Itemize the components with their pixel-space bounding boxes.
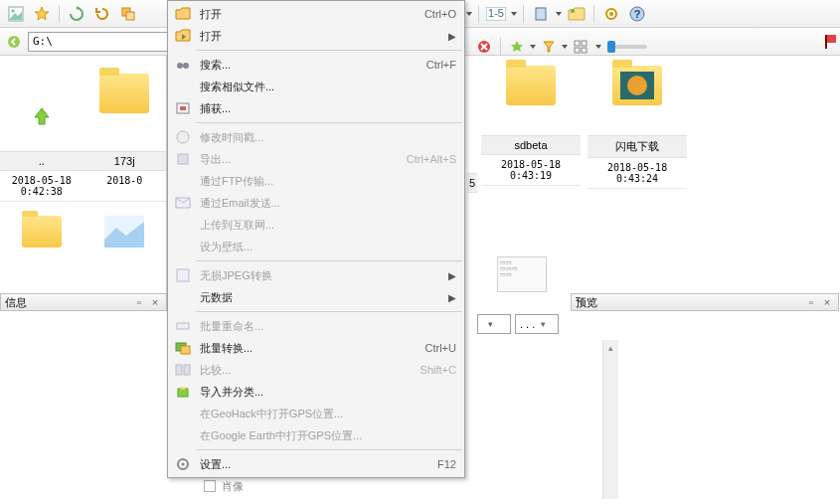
preview-panel-header: 预览 ▫ × <box>571 293 839 311</box>
menu-search[interactable]: 搜索... Ctrl+F <box>168 54 464 76</box>
menu-google-earth[interactable]: 在Google Earth中打开GPS位置... <box>168 424 464 446</box>
dropdown-icon[interactable] <box>510 10 518 18</box>
open-icon <box>172 5 194 23</box>
funnel-icon[interactable] <box>542 40 556 54</box>
svg-rect-16 <box>575 48 580 53</box>
image-thumb-icon[interactable] <box>104 216 144 248</box>
menu-separator <box>196 449 462 450</box>
thumbnail-page-icon[interactable]: ▭▭▭▭▭▭▭ <box>497 256 547 292</box>
svg-rect-32 <box>176 365 182 375</box>
tb-image-icon[interactable] <box>4 3 28 25</box>
separator <box>523 5 524 23</box>
svg-rect-6 <box>536 8 546 20</box>
right-file-pane: sdbeta 2018-05-18 0:43:19 闪电下载 2018-05-1… <box>477 56 835 235</box>
panel-float-icon[interactable]: ▫ <box>132 295 146 309</box>
blank-icon <box>172 288 194 306</box>
email-icon <box>172 194 194 212</box>
blank-icon <box>172 172 194 190</box>
menu-import-classify[interactable]: 导入并分类... <box>168 381 464 403</box>
tb-reload-icon[interactable] <box>90 3 114 25</box>
item-name: 闪电下载 <box>588 135 687 158</box>
svg-rect-3 <box>126 12 134 20</box>
tb-book-icon[interactable] <box>529 3 553 25</box>
dropdown-icon[interactable] <box>465 10 473 18</box>
svg-rect-29 <box>177 323 189 329</box>
menu-batch-rename[interactable]: 批量重命名... <box>168 315 464 337</box>
item-date: 2018-05-18 0:43:24 <box>588 158 687 189</box>
svg-point-22 <box>183 63 189 69</box>
menu-email[interactable]: 通过Email发送... <box>168 192 464 214</box>
grid-view-icon[interactable] <box>574 40 589 54</box>
menu-upload[interactable]: 上传到互联网... <box>168 214 464 236</box>
menu-search-similar[interactable]: 搜索相似文件... <box>168 76 464 97</box>
folder-item[interactable]: 闪电下载 2018-05-18 0:43:24 <box>588 66 687 189</box>
checkbox-icon[interactable] <box>204 480 216 492</box>
menu-ftp[interactable]: 通过FTP传输... <box>168 170 464 192</box>
combo-2[interactable]: . . .▾ <box>515 314 559 334</box>
tb-15-icon[interactable]: 1-5 <box>484 3 508 25</box>
path-input[interactable] <box>28 32 184 52</box>
info-panel-title: 信息 <box>5 295 27 310</box>
menu-modify-timestamp[interactable]: 修改时间戳... <box>168 126 464 148</box>
star-green-icon[interactable] <box>510 40 524 54</box>
panel-float-icon[interactable]: ▫ <box>804 295 818 309</box>
svg-rect-14 <box>575 41 580 46</box>
menu-compare[interactable]: 比较... Shift+C <box>168 359 464 381</box>
panel-close-icon[interactable]: × <box>820 295 834 309</box>
menu-batch-convert[interactable]: 批量转换... Ctrl+U <box>168 337 464 359</box>
check-row[interactable]: 肖像 <box>204 477 244 495</box>
menu-metadata[interactable]: 元数据 ▶ <box>168 286 464 308</box>
svg-point-7 <box>571 9 575 13</box>
dropdown-icon[interactable] <box>562 44 568 50</box>
zoom-slider[interactable] <box>607 45 647 49</box>
rename-icon <box>172 317 194 335</box>
menu-capture[interactable]: 捕获... <box>168 97 464 119</box>
folder-item[interactable] <box>84 56 167 151</box>
menu-open[interactable]: 打开 Ctrl+O <box>168 3 464 25</box>
svg-rect-24 <box>180 106 186 110</box>
menu-separator <box>196 50 462 51</box>
menu-open-with[interactable]: 打开 ▶ <box>168 25 464 47</box>
item-name: .. <box>0 151 84 171</box>
capture-icon <box>172 99 194 117</box>
tb-folder-star-icon[interactable] <box>565 3 588 25</box>
separator <box>478 5 479 23</box>
export-icon <box>172 150 194 168</box>
tb-gear-icon[interactable] <box>599 3 623 25</box>
dropdown-icon[interactable] <box>595 44 601 50</box>
clock-icon <box>172 128 194 146</box>
tb-layers-icon[interactable] <box>116 3 140 25</box>
filter-combo-row: ▾ . . .▾ <box>477 312 559 336</box>
nav-back-icon[interactable] <box>4 31 24 53</box>
svg-point-9 <box>609 12 613 16</box>
jpeg-icon <box>172 266 194 284</box>
menu-export[interactable]: 导出... Ctrl+Alt+S <box>168 148 464 170</box>
blank-icon <box>172 405 194 422</box>
menu-geohack[interactable]: 在GeoHack中打开GPS位置... <box>168 403 464 424</box>
tb-help-icon[interactable]: ? <box>625 3 649 25</box>
menu-wallpaper[interactable]: 设为壁纸... <box>168 236 464 257</box>
svg-point-36 <box>182 463 185 466</box>
red-flag-icon[interactable] <box>824 34 838 50</box>
dropdown-icon[interactable] <box>530 44 536 50</box>
menu-settings[interactable]: 设置... F12 <box>168 453 464 475</box>
svg-rect-17 <box>582 48 587 53</box>
tools-context-menu: 打开 Ctrl+O 打开 ▶ 搜索... Ctrl+F 搜索相似文件... 捕获… <box>167 0 465 478</box>
convert-icon <box>172 339 194 357</box>
scrollbar-vertical[interactable]: ▴ <box>602 340 618 499</box>
scroll-up-icon[interactable]: ▴ <box>603 340 618 356</box>
folder-item[interactable]: sdbeta 2018-05-18 0:43:19 <box>481 66 581 186</box>
close-red-icon[interactable] <box>477 40 491 54</box>
separator <box>59 5 60 23</box>
folder-icon[interactable] <box>22 216 62 248</box>
parent-folder-item[interactable] <box>0 56 84 151</box>
panel-close-icon[interactable]: × <box>148 295 162 309</box>
dropdown-icon[interactable] <box>555 10 563 18</box>
item-date: 2018-0 <box>84 171 167 202</box>
blank-icon <box>172 238 194 255</box>
zoom-slider-thumb[interactable] <box>607 41 615 53</box>
tb-star-icon[interactable] <box>30 3 54 25</box>
tb-refresh-icon[interactable] <box>65 3 88 25</box>
combo-1[interactable]: ▾ <box>477 314 511 334</box>
menu-jpeg-lossless[interactable]: 无损JPEG转换 ▶ <box>168 264 464 286</box>
